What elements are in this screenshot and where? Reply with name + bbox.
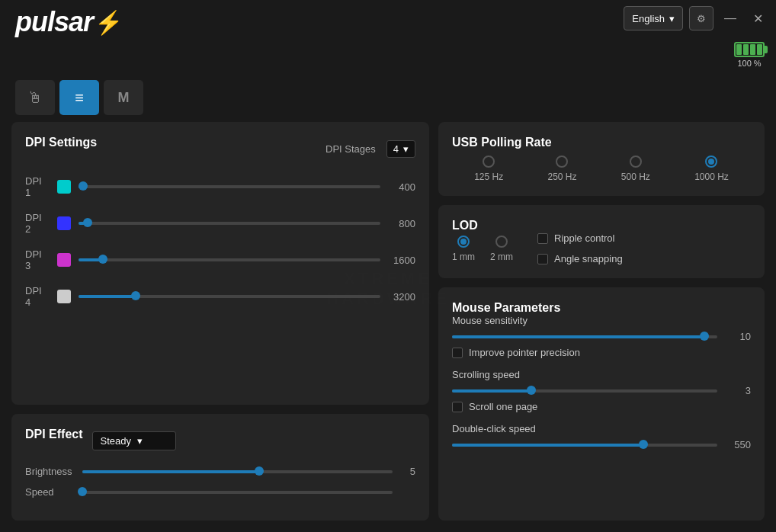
ripple-control-label: Ripple control	[554, 232, 615, 244]
dpi-1-color[interactable]	[57, 180, 71, 194]
gear-icon: ⚙	[697, 13, 706, 24]
logo-text: pulsar	[15, 6, 93, 38]
dpi-3-label: DPI 3	[25, 248, 50, 271]
dpi-1-label: DPI 1	[25, 175, 50, 198]
double-click-label: Double-click speed	[452, 423, 751, 434]
sensitivity-section: Mouse sensitivity 10 Improve pointer pre…	[452, 315, 751, 358]
sensitivity-slider-row: 10	[452, 331, 751, 342]
battery-bar-1	[736, 44, 742, 55]
brightness-value: 5	[400, 466, 415, 477]
dpi-1-thumb[interactable]	[79, 181, 88, 191]
language-selector[interactable]: English ▾	[624, 6, 683, 30]
double-click-slider-row: 550	[452, 439, 751, 450]
minimize-icon: —	[724, 11, 736, 25]
dpi-4-value: 3200	[388, 291, 415, 303]
dpi-4-slider[interactable]	[79, 294, 380, 299]
dpi-row-2: DPI 2 800	[25, 212, 415, 235]
dpi-row-3: DPI 3 1600	[25, 248, 415, 271]
right-column: USB Polling Rate 125 Hz 250 Hz 500 Hz	[438, 122, 765, 521]
logo: pulsar⚡	[15, 6, 123, 38]
dpi-3-color[interactable]	[57, 253, 71, 267]
dpi-3-value: 1600	[388, 255, 415, 266]
mouse-params-panel: Mouse Parameters Mouse sensitivity 10 Im…	[438, 287, 765, 521]
sensitivity-value: 10	[723, 331, 751, 342]
effect-select[interactable]: Steady ▾	[92, 431, 176, 450]
speed-slider[interactable]	[82, 490, 393, 495]
angle-snapping-checkbox[interactable]	[537, 254, 548, 264]
dpi-2-track	[79, 222, 380, 225]
polling-options: 125 Hz 250 Hz 500 Hz 1000 Hz	[452, 155, 751, 182]
dpi-3-thumb[interactable]	[98, 255, 107, 264]
scrolling-slider[interactable]	[452, 389, 717, 393]
polling-125hz[interactable]: 125 Hz	[474, 155, 503, 182]
dpi-4-thumb[interactable]	[131, 291, 140, 300]
polling-1000hz-label: 1000 Hz	[694, 171, 729, 182]
sensitivity-fill	[452, 335, 704, 338]
polling-500hz-label: 500 Hz	[621, 171, 650, 182]
minimize-button[interactable]: —	[720, 8, 741, 29]
radio-1000hz-inner	[708, 159, 714, 165]
brightness-slider[interactable]	[82, 470, 393, 474]
dpi-2-label: DPI 2	[25, 212, 50, 235]
speed-thumb[interactable]	[78, 487, 87, 496]
brightness-fill	[82, 470, 259, 473]
dpi-2-thumb[interactable]	[83, 218, 92, 227]
chevron-down-icon: ▾	[403, 143, 409, 155]
radio-1000hz	[705, 155, 717, 168]
polling-250hz[interactable]: 250 Hz	[547, 155, 576, 182]
polling-500hz[interactable]: 500 Hz	[621, 155, 650, 182]
dpi-stages-value: 4	[393, 143, 399, 155]
tab-macro[interactable]: M	[104, 80, 143, 115]
double-click-fill	[452, 444, 643, 447]
scroll-one-page-row[interactable]: Scroll one page	[452, 401, 751, 412]
ripple-control-row[interactable]: Ripple control	[537, 232, 623, 244]
dpi-header: DPI Settings DPI Stages 4 ▾	[25, 136, 415, 162]
angle-snapping-row[interactable]: Angle snapping	[537, 253, 623, 264]
lod-1mm[interactable]: 1 mm	[452, 236, 475, 264]
sensitivity-thumb[interactable]	[700, 332, 709, 341]
chevron-down-icon: ▾	[137, 435, 143, 447]
lod-panel: LOD 1 mm 2 mm	[438, 205, 765, 278]
tab-settings[interactable]: ≡	[59, 80, 99, 115]
usb-polling-panel: USB Polling Rate 125 Hz 250 Hz 500 Hz	[438, 122, 765, 196]
battery-icon	[734, 42, 765, 57]
main-content: DPI Settings DPI Stages 4 ▾ DPI 1	[11, 122, 765, 521]
dpi-effect-panel: DPI Effect Steady ▾ Brightness 5 Speed	[11, 414, 429, 521]
scrolling-thumb[interactable]	[527, 386, 536, 395]
dpi-stages-label: DPI Stages	[325, 143, 376, 155]
left-column: DPI Settings DPI Stages 4 ▾ DPI 1	[11, 122, 429, 521]
close-button[interactable]: ✕	[747, 8, 768, 29]
polling-125hz-label: 125 Hz	[474, 171, 503, 182]
polling-1000hz[interactable]: 1000 Hz	[694, 155, 729, 182]
radio-250hz	[556, 155, 568, 168]
lod-checkboxes: Ripple control Angle snapping	[537, 232, 623, 264]
scrolling-section: Scrolling speed 3 Scroll one page	[452, 369, 751, 412]
speed-row: Speed	[25, 486, 415, 498]
lod-title: LOD	[452, 219, 478, 232]
scroll-one-page-label: Scroll one page	[469, 401, 537, 412]
sensitivity-slider[interactable]	[452, 335, 717, 339]
effect-value: Steady	[101, 435, 131, 447]
dpi-stages-select[interactable]: 4 ▾	[386, 140, 415, 158]
double-click-thumb[interactable]	[639, 440, 648, 449]
dpi-3-slider[interactable]	[79, 258, 380, 262]
improve-pointer-row[interactable]: Improve pointer precision	[452, 347, 751, 358]
usb-polling-title: USB Polling Rate	[452, 136, 552, 149]
improve-pointer-checkbox[interactable]	[452, 348, 463, 358]
brightness-thumb[interactable]	[255, 466, 264, 476]
ripple-control-checkbox[interactable]	[537, 233, 548, 244]
double-click-slider[interactable]	[452, 443, 717, 447]
dpi-2-color[interactable]	[57, 216, 71, 230]
lod-1mm-label: 1 mm	[452, 252, 475, 262]
scrolling-label: Scrolling speed	[452, 369, 751, 380]
dpi-1-slider[interactable]	[79, 184, 380, 189]
dpi-4-color[interactable]	[57, 290, 71, 303]
dpi-2-slider[interactable]	[79, 221, 380, 226]
dpi-settings-title: DPI Settings	[25, 136, 97, 149]
speed-label: Speed	[25, 486, 75, 498]
tab-mouse[interactable]: 🖱	[15, 80, 55, 115]
scroll-one-page-checkbox[interactable]	[452, 402, 463, 412]
lod-2mm[interactable]: 2 mm	[490, 236, 513, 264]
dpi-4-label: DPI 4	[25, 285, 50, 308]
settings-button[interactable]: ⚙	[689, 6, 713, 30]
